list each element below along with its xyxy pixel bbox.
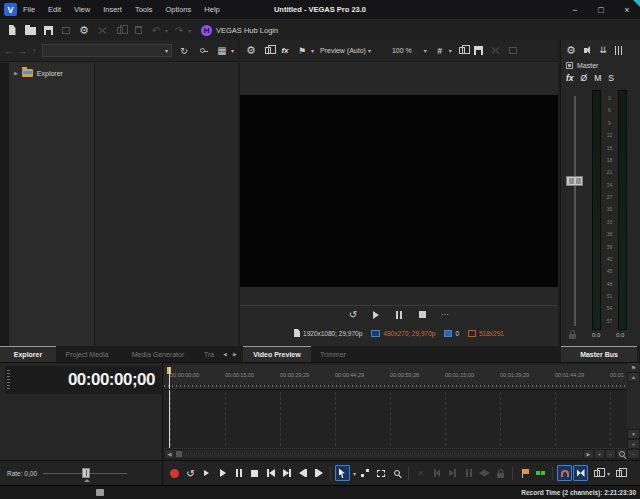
address-dropdown[interactable]: ▾ <box>42 44 172 57</box>
play-from-start-button[interactable] <box>199 465 214 481</box>
loop-playback-button[interactable]: ↺ <box>183 465 198 481</box>
scroll-up-button[interactable]: ▲ <box>627 372 640 382</box>
video-preview-screen[interactable] <box>240 95 558 287</box>
rate-slider-handle[interactable] <box>82 468 90 478</box>
previous-frame-button[interactable] <box>295 465 310 481</box>
undo-dropdown[interactable]: ▾ <box>165 27 168 34</box>
enable-snapping-button[interactable] <box>557 465 572 481</box>
paste-button[interactable] <box>131 23 145 38</box>
pv-stop-button[interactable] <box>415 307 429 322</box>
vscroll-track[interactable] <box>627 382 640 429</box>
new-project-button[interactable] <box>5 23 19 38</box>
preview-zoom-dropdown[interactable]: 100 % ▾ <box>392 47 427 54</box>
split-button[interactable]: × <box>413 465 428 481</box>
maximize-button[interactable]: □ <box>588 5 614 15</box>
menu-file[interactable]: File <box>23 5 35 14</box>
grid-overlay-button[interactable]: # <box>433 43 447 58</box>
master-mute-button[interactable]: M <box>594 73 601 83</box>
automation-button[interactable]: Ø <box>581 73 588 83</box>
pv-play-button[interactable] <box>369 307 383 322</box>
tab-project-media[interactable]: Project Media <box>56 346 118 362</box>
zoom-edit-tool-button[interactable] <box>389 465 404 481</box>
up-button[interactable]: ↑ <box>32 46 37 56</box>
go-to-start-button[interactable] <box>263 465 278 481</box>
menu-edit[interactable]: Edit <box>48 5 61 14</box>
external-monitor-button[interactable] <box>261 43 275 58</box>
record-button[interactable] <box>167 465 182 481</box>
tab-master-bus[interactable]: Master Bus <box>561 346 637 362</box>
hscroll-thumb[interactable] <box>176 451 182 457</box>
zoom-out-tracks-button[interactable]: − <box>627 449 640 459</box>
envelope-edit-tool-button[interactable] <box>357 465 372 481</box>
views-button[interactable]: ▦ <box>215 43 229 58</box>
pv-more-button[interactable]: ··· <box>438 307 452 322</box>
tab-video-preview[interactable]: Video Preview <box>243 346 311 362</box>
rate-slider-track[interactable] <box>43 473 127 474</box>
stop-button[interactable] <box>247 465 262 481</box>
lock-fader-icon[interactable] <box>569 334 576 339</box>
project-properties-button[interactable]: ⚙ <box>77 23 91 38</box>
vegas-hub-login-button[interactable]: H VEGAS Hub Login <box>201 25 278 36</box>
zoom-in-tracks-button[interactable]: + <box>627 439 640 449</box>
insert-region-button[interactable] <box>533 465 548 481</box>
zoom-out-time-button[interactable]: − <box>605 449 616 459</box>
tab-explorer[interactable]: Explorer <box>0 346 56 362</box>
volume-fader-handle[interactable] <box>566 176 583 186</box>
pv-loop-button[interactable]: ↺ <box>346 307 360 322</box>
tab-scroll-left-button[interactable]: ◀ <box>220 346 230 362</box>
split-screen-view-button[interactable]: ⚑ <box>295 43 309 58</box>
mixer-properties-button[interactable]: ⚙ <box>566 43 576 58</box>
pause-button[interactable] <box>231 465 246 481</box>
trim-start-button[interactable] <box>429 465 444 481</box>
menu-tools[interactable]: Tools <box>135 5 153 14</box>
back-button[interactable]: ← <box>4 46 13 56</box>
timeline-ruler[interactable]: 00:00:00;0000:00:15;0000:00:29;2900:00:4… <box>164 365 627 390</box>
scroll-left-button[interactable]: ◀ <box>164 449 175 459</box>
master-fx-button[interactable]: fx <box>566 73 574 83</box>
tab-scroll-right-button[interactable]: ▶ <box>230 346 240 362</box>
slip-trim-button[interactable] <box>461 465 476 481</box>
undo-button[interactable]: ↶ <box>149 23 163 38</box>
save-project-button[interactable] <box>41 23 55 38</box>
normal-edit-tool-button[interactable] <box>335 465 350 481</box>
downmix-output-button[interactable]: ⇊ <box>598 43 608 58</box>
preview-properties-button[interactable]: ⚙ <box>244 43 258 58</box>
zoom-in-time-button[interactable]: + <box>594 449 605 459</box>
next-frame-button[interactable] <box>311 465 326 481</box>
menu-insert[interactable]: Insert <box>103 5 122 14</box>
insert-marker-button[interactable] <box>517 465 532 481</box>
auto-ripple-button[interactable] <box>573 465 588 481</box>
copy-button[interactable] <box>113 23 127 38</box>
lock-event-button[interactable] <box>493 465 508 481</box>
views-dropdown[interactable]: ▾ <box>231 47 234 54</box>
timeline-cursor-ruler[interactable] <box>169 367 170 389</box>
redo-dropdown[interactable]: ▾ <box>188 27 191 34</box>
tree-expand-icon[interactable]: ▶ <box>14 70 18 76</box>
explorer-file-list[interactable] <box>95 63 238 346</box>
marker-bar-button[interactable]: ⚑ <box>627 363 640 372</box>
scroll-right-button[interactable]: ▶ <box>583 449 594 459</box>
pv-pause-button[interactable] <box>392 307 406 322</box>
minimize-button[interactable]: − <box>562 5 588 15</box>
status-grip[interactable] <box>96 489 104 496</box>
meter-properties-button[interactable] <box>614 43 624 58</box>
go-to-end-button[interactable] <box>279 465 294 481</box>
open-project-button[interactable] <box>23 23 37 38</box>
forward-button[interactable]: → <box>18 46 27 56</box>
trim-end-button[interactable] <box>445 465 460 481</box>
hscroll-track[interactable] <box>175 449 583 459</box>
ripple-mode-dropdown[interactable]: ▾ <box>607 470 610 477</box>
volume-fader-track[interactable] <box>574 96 576 326</box>
redo-button[interactable]: ↷ <box>172 23 186 38</box>
menu-view[interactable]: View <box>74 5 90 14</box>
cut-button[interactable] <box>95 23 109 38</box>
media-start-preview-button[interactable] <box>196 43 210 58</box>
tree-item-explorer[interactable]: ▶ Explorer <box>9 69 94 77</box>
selection-edit-tool-button[interactable] <box>373 465 388 481</box>
tab-trimmer[interactable]: Trimmer <box>311 346 355 362</box>
timeline-grid[interactable] <box>164 390 627 449</box>
zoom-tool-corner-button[interactable] <box>616 449 627 459</box>
play-button[interactable] <box>215 465 230 481</box>
refresh-button[interactable]: ↻ <box>177 43 191 58</box>
scripting-button[interactable] <box>611 465 626 481</box>
